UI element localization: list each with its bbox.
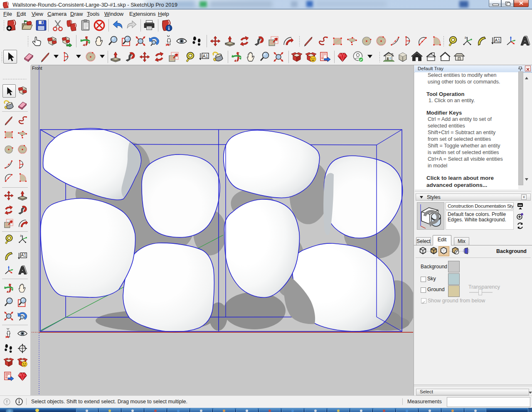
svg-text:Front: Front bbox=[32, 66, 42, 71]
